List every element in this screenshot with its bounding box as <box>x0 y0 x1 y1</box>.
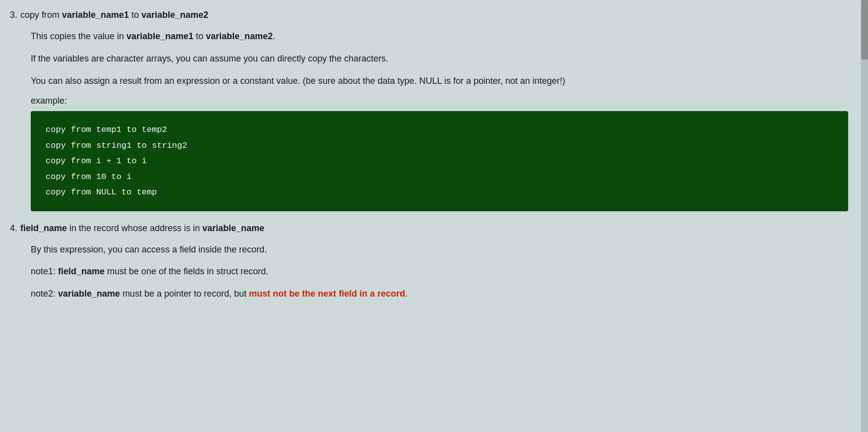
code-line-2: copy from string1 to string2 <box>46 138 833 153</box>
section-4-note2-var: variable_name <box>58 289 120 299</box>
section-4-note1-suffix: must be one of the fields in struct reco… <box>105 266 268 276</box>
section-3-paragraph-2: If the variables are character arrays, y… <box>31 52 848 66</box>
section-4-note-1: note1: field_name must be one of the fie… <box>31 264 848 279</box>
section-4-var1: field_name <box>20 223 67 233</box>
section-3-example-label: example: <box>31 96 848 106</box>
section-3-var1: variable_name1 <box>62 10 129 20</box>
code-line-5: copy from NULL to temp <box>46 185 833 200</box>
section-3-header: 3. copy from variable_name1 to variable_… <box>10 10 848 20</box>
section-3-code-block: copy from temp1 to temp2 copy from strin… <box>31 111 848 211</box>
scrollbar[interactable] <box>861 0 868 432</box>
section-4-note2-suffix: . <box>405 289 407 299</box>
section-3-var2: variable_name2 <box>141 10 208 20</box>
code-line-3: copy from i + 1 to i <box>46 153 833 169</box>
section-4-note1-var: field_name <box>58 266 105 276</box>
section-4: 4. field_name in the record whose addres… <box>10 223 848 301</box>
section-3-number: 3. <box>10 10 17 20</box>
code-line-4: copy from 10 to i <box>46 169 833 185</box>
section-4-note2-red: must not be the next field in a record <box>249 289 405 299</box>
section-4-note2-middle: must be a pointer to record, but <box>120 289 249 299</box>
section-4-number: 4. <box>10 223 17 234</box>
section-4-var2: variable_name <box>202 223 264 233</box>
section-3-paragraph-1: This copies the value in variable_name1 … <box>31 29 848 44</box>
section-4-paragraph-1: By this expression, you can access a fie… <box>31 243 848 257</box>
section-4-title: field_name in the record whose address i… <box>20 223 264 234</box>
section-3-title: copy from variable_name1 to variable_nam… <box>20 10 208 20</box>
section-4-header: 4. field_name in the record whose addres… <box>10 223 848 234</box>
scrollbar-thumb[interactable] <box>861 0 868 60</box>
code-line-1: copy from temp1 to temp2 <box>46 122 833 137</box>
section-3-p1-var1: variable_name1 <box>126 31 193 41</box>
section-3-paragraph-3: You can also assign a result from an exp… <box>31 74 848 88</box>
section-3: 3. copy from variable_name1 to variable_… <box>10 10 848 211</box>
section-3-p1-var2: variable_name2 <box>206 31 273 41</box>
section-4-note-2: note2: variable_name must be a pointer t… <box>31 287 848 301</box>
